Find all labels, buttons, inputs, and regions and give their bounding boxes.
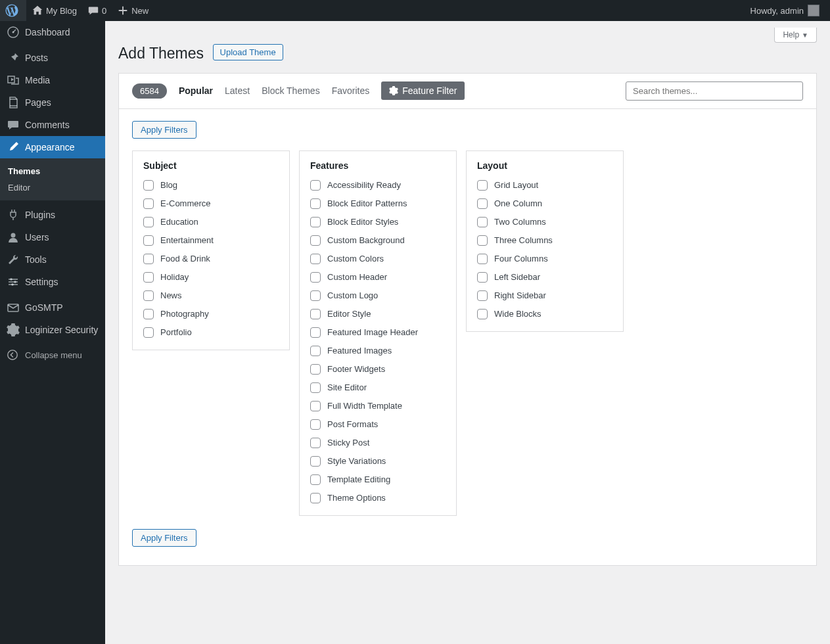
checkbox[interactable]	[143, 327, 154, 338]
checkbox[interactable]	[310, 327, 321, 338]
checkbox[interactable]	[310, 235, 321, 246]
sidebar-item-settings[interactable]: Settings	[0, 271, 105, 293]
filter-option[interactable]: News	[143, 290, 279, 301]
checkbox[interactable]	[310, 180, 321, 191]
filter-option[interactable]: Custom Logo	[310, 290, 446, 301]
sidebar-item-dashboard[interactable]: Dashboard	[0, 21, 105, 43]
filter-option[interactable]: Holiday	[143, 272, 279, 283]
sidebar-item-media[interactable]: Media	[0, 69, 105, 91]
filter-option[interactable]: Wide Blocks	[477, 309, 612, 319]
checkbox[interactable]	[310, 254, 321, 264]
help-tab[interactable]: Help▼	[774, 28, 817, 43]
tab-latest[interactable]: Latest	[225, 85, 250, 96]
filter-option[interactable]: Custom Colors	[310, 254, 446, 264]
sidebar-item-pages[interactable]: Pages	[0, 91, 105, 114]
checkbox[interactable]	[310, 438, 321, 448]
checkbox[interactable]	[477, 217, 488, 227]
filter-option[interactable]: Template Editing	[310, 474, 446, 485]
checkbox[interactable]	[143, 217, 154, 227]
tab-popular[interactable]: Popular	[179, 85, 213, 96]
filter-option[interactable]: Left Sidebar	[477, 272, 612, 283]
filter-option[interactable]: Theme Options	[310, 493, 446, 503]
filter-option[interactable]: Post Formats	[310, 419, 446, 430]
filter-option[interactable]: Featured Image Header	[310, 327, 446, 338]
sidebar-item-users[interactable]: Users	[0, 226, 105, 248]
filter-option[interactable]: Entertainment	[143, 235, 279, 246]
comments-link[interactable]: 0	[82, 0, 112, 21]
checkbox[interactable]	[310, 474, 321, 485]
sidebar-item-appearance[interactable]: Appearance	[0, 136, 105, 158]
checkbox[interactable]	[143, 290, 154, 301]
checkbox[interactable]	[310, 309, 321, 319]
checkbox[interactable]	[143, 235, 154, 246]
filter-option[interactable]: Custom Header	[310, 272, 446, 283]
checkbox[interactable]	[310, 198, 321, 209]
checkbox[interactable]	[477, 235, 488, 246]
apply-filters-button-bottom[interactable]: Apply Filters	[132, 529, 196, 547]
filter-option[interactable]: Featured Images	[310, 346, 446, 356]
submenu-item-editor[interactable]: Editor	[0, 179, 105, 196]
filter-option[interactable]: Food & Drink	[143, 254, 279, 264]
upload-theme-button[interactable]: Upload Theme	[213, 44, 283, 60]
apply-filters-button-top[interactable]: Apply Filters	[132, 121, 196, 139]
checkbox[interactable]	[310, 364, 321, 375]
filter-option[interactable]: Education	[143, 217, 279, 227]
checkbox[interactable]	[143, 309, 154, 319]
collapse-menu[interactable]: Collapse menu	[0, 344, 105, 366]
checkbox[interactable]	[477, 180, 488, 191]
checkbox[interactable]	[310, 456, 321, 467]
filter-option[interactable]: One Column	[477, 198, 612, 209]
checkbox[interactable]	[143, 198, 154, 209]
search-themes-input[interactable]	[626, 81, 803, 101]
site-home[interactable]: My Blog	[26, 0, 82, 21]
filter-option[interactable]: Block Editor Styles	[310, 217, 446, 227]
tab-block-themes[interactable]: Block Themes	[262, 85, 319, 96]
checkbox[interactable]	[143, 254, 154, 264]
filter-option[interactable]: Right Sidebar	[477, 290, 612, 301]
checkbox[interactable]	[143, 180, 154, 191]
filter-option[interactable]: Style Variations	[310, 456, 446, 467]
checkbox[interactable]	[310, 346, 321, 356]
checkbox[interactable]	[310, 419, 321, 430]
sidebar-item-tools[interactable]: Tools	[0, 248, 105, 271]
checkbox[interactable]	[477, 198, 488, 209]
checkbox[interactable]	[310, 217, 321, 227]
filter-option[interactable]: Three Columns	[477, 235, 612, 246]
filter-option[interactable]: Block Editor Patterns	[310, 198, 446, 209]
tab-favorites[interactable]: Favorites	[332, 85, 370, 96]
sidebar-item-gosmtp[interactable]: GoSMTP	[0, 296, 105, 319]
filter-option[interactable]: Photography	[143, 309, 279, 319]
filter-option[interactable]: Sticky Post	[310, 438, 446, 448]
filter-option[interactable]: Four Columns	[477, 254, 612, 264]
filter-option[interactable]: Footer Widgets	[310, 364, 446, 375]
filter-option[interactable]: Editor Style	[310, 309, 446, 319]
sidebar-item-plugins[interactable]: Plugins	[0, 204, 105, 226]
filter-option[interactable]: E-Commerce	[143, 198, 279, 209]
filter-option[interactable]: Grid Layout	[477, 180, 612, 191]
sidebar-item-loginizer-security[interactable]: Loginizer Security	[0, 319, 105, 341]
account-menu[interactable]: Howdy, admin	[745, 0, 825, 21]
sidebar-item-comments[interactable]: Comments	[0, 114, 105, 136]
checkbox[interactable]	[477, 254, 488, 264]
filter-option[interactable]: Custom Background	[310, 235, 446, 246]
checkbox[interactable]	[310, 401, 321, 411]
checkbox[interactable]	[310, 382, 321, 393]
filter-option[interactable]: Site Editor	[310, 382, 446, 393]
new-content[interactable]: New	[112, 0, 154, 21]
filter-option[interactable]: Portfolio	[143, 327, 279, 338]
checkbox[interactable]	[310, 272, 321, 283]
checkbox[interactable]	[477, 272, 488, 283]
checkbox[interactable]	[310, 290, 321, 301]
wp-logo[interactable]	[0, 0, 26, 21]
filter-option[interactable]: Blog	[143, 180, 279, 191]
feature-filter-button[interactable]: Feature Filter	[381, 81, 465, 100]
sidebar-item-posts[interactable]: Posts	[0, 47, 105, 69]
filter-option[interactable]: Full Width Template	[310, 401, 446, 411]
checkbox[interactable]	[477, 309, 488, 319]
checkbox[interactable]	[143, 272, 154, 283]
checkbox[interactable]	[477, 290, 488, 301]
submenu-item-themes[interactable]: Themes	[0, 163, 105, 179]
filter-option[interactable]: Two Columns	[477, 217, 612, 227]
checkbox[interactable]	[310, 493, 321, 503]
filter-option[interactable]: Accessibility Ready	[310, 180, 446, 191]
